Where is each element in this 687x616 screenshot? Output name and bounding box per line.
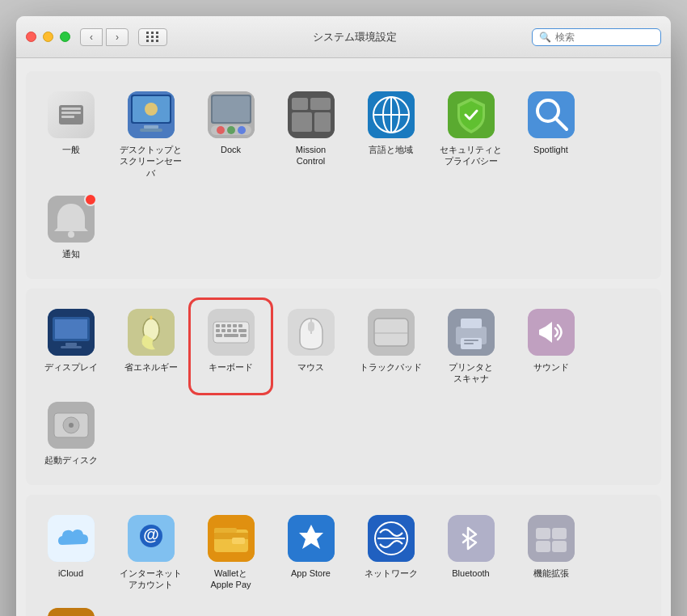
internet-icon: @: [127, 514, 175, 563]
security-icon: [447, 91, 495, 139]
pref-wallet[interactable]: WalletとApple Pay: [192, 508, 269, 597]
svg-rect-28: [528, 91, 575, 138]
grid-view-button[interactable]: [138, 28, 167, 46]
svg-rect-81: [214, 528, 237, 533]
svg-rect-43: [216, 324, 220, 327]
lang-icon: [367, 91, 415, 139]
pref-mouse[interactable]: マウス: [272, 302, 349, 391]
printer-label: プリンタとスキャナ: [449, 361, 493, 385]
desktop-label: デスクトップとスクリーンセーバ: [116, 144, 186, 179]
forward-button[interactable]: ›: [106, 28, 129, 46]
startup-label: 起動ディスク: [44, 454, 98, 466]
keyboard-icon: [207, 308, 255, 357]
titlebar: ‹ › システム環境設定 🔍: [16, 16, 671, 58]
svg-rect-20: [292, 112, 312, 132]
sound-icon: [527, 308, 575, 357]
pref-dock[interactable]: Dock: [192, 84, 269, 185]
back-button[interactable]: ‹: [80, 28, 103, 46]
svg-rect-1: [61, 108, 81, 110]
mission-icon: [287, 91, 335, 139]
svg-rect-46: [233, 324, 237, 327]
lang-label: 言語と地域: [369, 144, 413, 155]
pref-sharing[interactable]: 共有: [32, 601, 109, 616]
pref-spotlight[interactable]: Spotlight: [512, 84, 589, 185]
icons-row-1: 一般: [32, 84, 655, 266]
svg-rect-37: [61, 346, 82, 348]
appstore-icon: [287, 514, 335, 563]
svg-rect-80: [232, 538, 245, 544]
pref-sound[interactable]: サウンド: [512, 302, 589, 391]
pref-network[interactable]: ネットワーク: [352, 508, 429, 597]
icloud-icon: [47, 514, 95, 563]
svg-rect-9: [140, 129, 162, 132]
system-preferences-window: ‹ › システム環境設定 🔍: [16, 16, 671, 616]
svg-point-7: [145, 103, 158, 116]
svg-point-15: [227, 126, 235, 134]
notification-badge: [84, 193, 97, 206]
pref-printer[interactable]: プリンタとスキャナ: [432, 302, 509, 391]
pref-startup[interactable]: 起動ディスク: [32, 394, 109, 472]
pref-desktop[interactable]: デスクトップとスクリーンセーバ: [112, 84, 189, 185]
svg-rect-54: [224, 334, 238, 337]
pref-energy[interactable]: 省エネルギー: [112, 302, 189, 391]
icons-row-2: ディスプレイ 省エネルギー: [32, 302, 655, 472]
printer-icon: [447, 308, 495, 357]
svg-rect-44: [221, 324, 225, 327]
pref-internet[interactable]: @ インターネットアカウント: [112, 508, 189, 597]
pref-general[interactable]: 一般: [32, 84, 109, 185]
security-label: セキュリティとプライバシー: [440, 144, 502, 167]
trackpad-label: トラックパッド: [360, 361, 422, 373]
svg-rect-8: [144, 125, 158, 129]
pref-lang[interactable]: 言語と地域: [352, 84, 429, 185]
icons-row-3: iCloud @ インターネットアカウント: [32, 508, 655, 616]
svg-rect-88: [528, 515, 575, 562]
svg-rect-65: [461, 319, 482, 328]
sound-label: サウンド: [533, 361, 569, 373]
notification-icon: [47, 195, 95, 243]
display-icon: [47, 308, 95, 357]
internet-label: インターネットアカウント: [120, 567, 182, 591]
svg-rect-18: [292, 98, 308, 110]
extensions-icon: [527, 514, 575, 563]
svg-rect-91: [536, 541, 550, 552]
traffic-lights: [26, 32, 70, 42]
pref-extensions[interactable]: 機能拡張: [512, 508, 589, 597]
pref-trackpad[interactable]: トラックパッド: [352, 302, 429, 391]
svg-rect-21: [314, 112, 331, 132]
network-label: ネットワーク: [365, 567, 418, 579]
maximize-button[interactable]: [60, 32, 70, 42]
svg-rect-3: [61, 116, 74, 118]
close-button[interactable]: [26, 32, 36, 42]
startup-icon: [47, 401, 95, 449]
nav-buttons: ‹ ›: [80, 28, 129, 46]
svg-point-14: [217, 126, 225, 134]
window-title: システム環境設定: [177, 30, 532, 44]
general-icon: [47, 91, 95, 139]
svg-point-72: [69, 423, 74, 428]
pref-mission[interactable]: MissionControl: [272, 84, 349, 185]
pref-security[interactable]: セキュリティとプライバシー: [432, 84, 509, 185]
wallet-label: WalletとApple Pay: [210, 567, 251, 591]
pref-notification[interactable]: 通知: [32, 188, 109, 266]
pref-bluetooth[interactable]: Bluetooth: [432, 508, 509, 597]
search-input[interactable]: [555, 32, 654, 43]
search-box[interactable]: 🔍: [532, 28, 661, 46]
svg-point-16: [238, 126, 246, 134]
minimize-button[interactable]: [43, 32, 53, 42]
dock-icon: [207, 91, 255, 139]
general-label: 一般: [62, 144, 80, 155]
svg-text:@: @: [143, 525, 159, 543]
pref-appstore[interactable]: App Store: [272, 508, 349, 597]
pref-display[interactable]: ディスプレイ: [32, 302, 109, 391]
svg-point-32: [68, 231, 74, 238]
pref-keyboard[interactable]: キーボード: [192, 302, 269, 391]
svg-rect-89: [536, 528, 550, 539]
svg-rect-48: [216, 329, 220, 332]
svg-rect-45: [227, 324, 231, 327]
display-label: ディスプレイ: [44, 361, 98, 373]
pref-icloud[interactable]: iCloud: [32, 508, 109, 597]
svg-rect-12: [213, 96, 250, 122]
svg-rect-19: [310, 98, 331, 110]
section-internet: iCloud @ インターネットアカウント: [26, 495, 661, 616]
svg-rect-36: [65, 343, 77, 346]
